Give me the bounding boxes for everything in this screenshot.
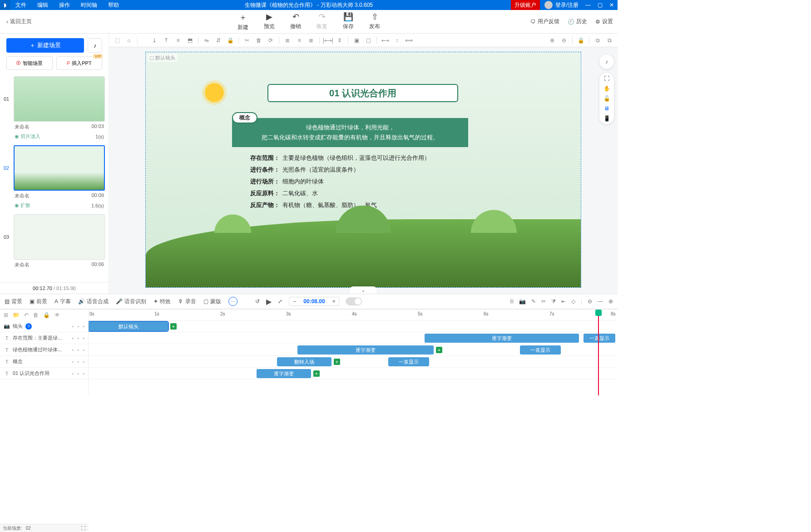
dock-unlock[interactable]: 🔓 bbox=[603, 95, 610, 102]
tl-lock[interactable]: 🔒 bbox=[43, 312, 50, 318]
zoom-out-button[interactable]: ⊖ bbox=[559, 35, 569, 46]
clip-camera[interactable]: 默认镜头 bbox=[89, 322, 168, 331]
scene-thumbnail[interactable] bbox=[14, 76, 105, 122]
tab-tts[interactable]: 🔊语音合成 bbox=[78, 298, 109, 305]
clip[interactable]: 逐字渐变 bbox=[257, 369, 311, 378]
tl-zoom-slider[interactable]: — bbox=[598, 298, 603, 305]
help-icon[interactable]: ? bbox=[25, 323, 32, 330]
tool-align-right[interactable]: ≣ bbox=[306, 35, 316, 46]
upgrade-button[interactable]: 升级账户 bbox=[511, 0, 540, 10]
layer-camera[interactable]: 📷镜头?••• bbox=[0, 320, 88, 332]
clip[interactable]: 一直显示 bbox=[520, 345, 561, 355]
clip[interactable]: 一直显示 bbox=[584, 334, 615, 343]
time-ruler[interactable]: 0s 1s 2s 3s 4s 5s 6s 7s 8s bbox=[89, 310, 618, 320]
tab-subtitle[interactable]: A字幕 bbox=[54, 298, 71, 305]
more-tabs-button[interactable]: ⋯ bbox=[228, 297, 237, 306]
transition-button[interactable]: ◉ 扩散 bbox=[15, 202, 30, 209]
tool-home[interactable]: ⌂ bbox=[124, 35, 134, 46]
tl-zoom-out[interactable]: ⊖ bbox=[588, 298, 592, 305]
tool-vdist[interactable]: ↕ bbox=[391, 35, 402, 46]
login-button[interactable]: 登录/注册 bbox=[555, 1, 582, 9]
tl-tool-keyframe[interactable]: ◇ bbox=[571, 298, 575, 305]
menu-action[interactable]: 操作 bbox=[54, 0, 75, 10]
zoom-in-button[interactable]: ⊕ bbox=[547, 35, 558, 46]
tl-undo[interactable]: ↶ bbox=[24, 312, 29, 318]
play-button[interactable]: ▶ bbox=[266, 297, 272, 306]
tool-flip-h[interactable]: ⇋ bbox=[201, 35, 212, 46]
minimize-button[interactable]: — bbox=[582, 2, 594, 8]
tool-flip-v[interactable]: ⇵ bbox=[213, 35, 224, 46]
add-keyframe[interactable]: + bbox=[170, 323, 177, 330]
tab-background[interactable]: ▨背景 bbox=[5, 298, 22, 305]
dock-desktop[interactable]: 🖥 bbox=[604, 105, 609, 112]
clip[interactable]: 逐字渐变 bbox=[297, 345, 434, 355]
track-2[interactable]: 逐字渐变 + 一直显示 bbox=[89, 344, 618, 356]
dock-hand[interactable]: ✋ bbox=[603, 85, 610, 92]
tool-ungroup[interactable]: ▢ bbox=[363, 35, 374, 46]
lock-canvas-button[interactable]: 🔒 bbox=[575, 35, 586, 46]
track-3[interactable]: 翻转入场 + 一直显示 bbox=[89, 356, 618, 368]
menu-file[interactable]: 文件 bbox=[10, 0, 32, 10]
add-keyframe[interactable]: + bbox=[436, 347, 442, 353]
playhead[interactable] bbox=[598, 310, 599, 395]
ai-scene-button[interactable]: ⦿智能场景 bbox=[6, 56, 53, 70]
history-button[interactable]: 🕘历史 bbox=[568, 18, 587, 25]
copy-button[interactable]: ⧉ bbox=[592, 35, 603, 46]
tool-valign-top[interactable]: ⤒ bbox=[161, 35, 172, 46]
scene-item-3[interactable]: 03 未命名00:06 bbox=[2, 214, 105, 270]
tl-tool-clip[interactable]: ✂ bbox=[541, 298, 546, 305]
layer-text-1[interactable]: T存在范围：主要是绿...••• bbox=[0, 332, 88, 344]
tab-foreground[interactable]: ▣前景 bbox=[30, 298, 47, 305]
tool-lock[interactable]: 🔒 bbox=[225, 35, 236, 46]
menu-timeline[interactable]: 时间轴 bbox=[75, 0, 103, 10]
tl-delete[interactable]: 🗑 bbox=[33, 312, 39, 318]
dock-mobile[interactable]: 📱 bbox=[603, 115, 610, 122]
tool-distribute-h[interactable]: |⟷| bbox=[322, 35, 333, 46]
tl-add-layer[interactable]: ⊞ bbox=[4, 312, 8, 318]
transition-button[interactable]: ◉ 切片淡入 bbox=[15, 133, 40, 140]
tab-effect[interactable]: ✦特效 bbox=[153, 298, 171, 305]
tab-asr[interactable]: 🎤语音识别 bbox=[116, 298, 146, 305]
tool-send-back[interactable]: ⬒ bbox=[184, 35, 195, 46]
layer-text-3[interactable]: T概念••• bbox=[0, 356, 88, 368]
expand-button[interactable]: ⤢ bbox=[278, 298, 282, 305]
clip[interactable]: 一直显示 bbox=[388, 357, 429, 366]
tool-distribute-v[interactable]: ⇕ bbox=[334, 35, 345, 46]
scene-item-1[interactable]: 01 未命名00:03 ◉ 切片淡入1(s) bbox=[2, 76, 105, 143]
track-4[interactable]: 逐字渐变 + bbox=[89, 368, 618, 379]
tl-visibility[interactable]: 👁 bbox=[54, 312, 60, 318]
tool-cut[interactable]: ✂ bbox=[242, 35, 252, 46]
menu-edit[interactable]: 编辑 bbox=[32, 0, 54, 10]
clip[interactable]: 逐字渐变 bbox=[425, 334, 579, 343]
skip-back-button[interactable]: ↺ bbox=[255, 298, 260, 305]
layer-text-4[interactable]: T01 认识光合作用••• bbox=[0, 368, 88, 379]
stage[interactable]: ▢ 默认镜头 01 认识光合作用 概念 绿色植物通过叶绿体，利用光能， 把二氧化… bbox=[109, 47, 618, 294]
maximize-button[interactable]: ▢ bbox=[594, 2, 606, 8]
clip[interactable]: 翻转入场 bbox=[277, 357, 331, 366]
new-scene-button[interactable]: ＋新建场景 bbox=[6, 38, 84, 53]
tl-tool-align[interactable]: ⇤ bbox=[561, 298, 566, 305]
scene-item-2[interactable]: 02 未命名00:08 ◉ 扩散1.6(s) bbox=[2, 145, 105, 212]
tool-group[interactable]: ▣ bbox=[351, 35, 362, 46]
tool-valign-middle[interactable]: ≡ bbox=[173, 35, 183, 46]
tool-align-left[interactable]: ≣ bbox=[282, 35, 293, 46]
tab-record[interactable]: 🎙录音 bbox=[178, 298, 196, 305]
add-keyframe[interactable]: + bbox=[334, 359, 340, 365]
dock-music[interactable]: ♪ bbox=[599, 54, 614, 69]
layer-text-2[interactable]: T绿色植物通过叶绿体...••• bbox=[0, 344, 88, 356]
tl-zoom-in[interactable]: ⊕ bbox=[608, 298, 613, 305]
panel-toggle[interactable]: ⌄ bbox=[350, 286, 377, 294]
tl-tool-filter[interactable]: ⧩ bbox=[551, 298, 556, 305]
insert-ppt-button[interactable]: P插入PPTVIP bbox=[56, 56, 103, 70]
loop-switch[interactable] bbox=[346, 297, 362, 305]
menu-help[interactable]: 帮助 bbox=[103, 0, 124, 10]
add-keyframe[interactable]: + bbox=[313, 370, 320, 377]
tool-spacing[interactable]: ⟺ bbox=[403, 35, 414, 46]
timeline-tracks[interactable]: 0s 1s 2s 3s 4s 5s 6s 7s 8s 默认镜头 + 逐字渐变 一… bbox=[89, 310, 618, 395]
track-1[interactable]: 逐字渐变 一直显示 bbox=[89, 332, 618, 344]
close-button[interactable]: ✕ bbox=[606, 2, 618, 8]
tab-mask[interactable]: ▢蒙版 bbox=[203, 298, 221, 305]
tool-align-center[interactable]: ≡ bbox=[294, 35, 305, 46]
scene-thumbnail[interactable] bbox=[14, 145, 105, 191]
toolbar-publish[interactable]: ⇧发布 bbox=[369, 12, 380, 31]
